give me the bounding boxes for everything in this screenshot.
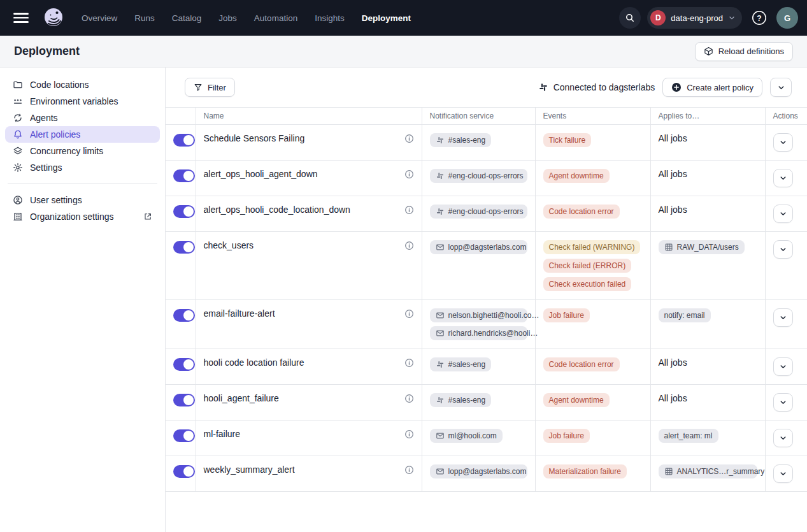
sidebar-item-code-locations[interactable]: Code locations (5, 76, 160, 93)
info-icon[interactable] (404, 358, 414, 368)
policy-enabled-toggle[interactable] (173, 169, 195, 182)
sidebar-item-organization-settings[interactable]: Organization settings (5, 208, 160, 225)
row-actions-button[interactable] (773, 357, 793, 376)
policy-enabled-toggle[interactable] (173, 241, 195, 254)
policy-name: hooli code location failure (204, 357, 399, 368)
notification-slack-chip: #eng-cloud-ops-errors (430, 169, 527, 183)
applies-to-label: ANALYTICS…r_summary (677, 467, 765, 476)
nav-item-jobs[interactable]: Jobs (218, 13, 237, 23)
policy-enabled-toggle[interactable] (173, 358, 195, 371)
info-icon[interactable] (404, 394, 414, 403)
row-actions-button[interactable] (773, 429, 793, 447)
alert-policy-row: email-failture-alertnelson.bighetti@hool… (166, 300, 807, 349)
notification-label: nelson.bighetti@hooli.co… (448, 311, 539, 320)
sidebar-item-user-settings[interactable]: User settings (5, 192, 160, 208)
sidebar-item-settings[interactable]: Settings (5, 159, 160, 176)
email-icon (436, 431, 445, 440)
row-actions-button[interactable] (773, 393, 793, 412)
policy-enabled-toggle[interactable] (173, 309, 195, 322)
more-actions-button[interactable] (770, 78, 792, 97)
sidebar-item-environment-variables[interactable]: Environment variables (5, 93, 160, 110)
nav-item-catalog[interactable]: Catalog (172, 13, 202, 23)
event-badge: Check failed (WARNING) (543, 240, 641, 254)
info-icon[interactable] (404, 465, 414, 475)
info-icon[interactable] (404, 169, 414, 179)
info-icon[interactable] (404, 429, 414, 439)
notification-label: lopp@dagsterlabs.com (448, 243, 527, 252)
row-actions-button[interactable] (773, 464, 793, 483)
email-icon (436, 329, 445, 338)
policy-enabled-toggle[interactable] (173, 429, 195, 442)
hamburger-menu-button[interactable] (9, 6, 33, 30)
sidebar-item-label: Settings (30, 162, 62, 173)
applies-to-tag-chip: notify: email (659, 308, 711, 322)
svg-text:?: ? (757, 14, 761, 23)
row-actions-button[interactable] (773, 133, 793, 152)
info-icon[interactable] (404, 309, 414, 319)
notification-email-chip: lopp@dagsterlabs.com (430, 464, 527, 478)
event-badge: Check execution failed (543, 277, 632, 291)
reload-definitions-label: Reload definitions (718, 47, 784, 56)
row-actions-button[interactable] (773, 308, 793, 327)
notification-label: richard.hendricks@hooli… (448, 329, 538, 338)
notification-slack-chip: #sales-eng (430, 357, 492, 371)
nav-item-overview[interactable]: Overview (82, 13, 117, 23)
applies-to-label: RAW_DATA/users (677, 243, 739, 252)
sidebar-item-label: Alert policies (30, 129, 80, 140)
policy-name: Schedule Sensors Failing (204, 133, 399, 143)
sidebar-divider (8, 183, 157, 184)
filter-label: Filter (208, 83, 226, 92)
sidebar-item-label: Organization settings (30, 212, 114, 222)
column-header-name: Name (196, 108, 422, 125)
alert-policy-row: hooli code location failure#sales-engCod… (166, 349, 807, 385)
applies-to-value: All jobs (659, 169, 687, 179)
slack-icon (436, 171, 445, 180)
sidebar-item-alert-policies[interactable]: Alert policies (5, 126, 160, 143)
nav-item-deployment[interactable]: Deployment (362, 13, 411, 23)
row-actions-button[interactable] (773, 240, 793, 259)
event-badge: Agent downtime (543, 169, 610, 183)
main-panel: Filter Connected to dagsterlabs Create a… (166, 68, 807, 532)
info-icon[interactable] (404, 241, 414, 250)
top-bar: OverviewRunsCatalogJobsAutomationInsight… (0, 0, 807, 36)
policy-name: check_users (204, 240, 399, 250)
info-icon[interactable] (404, 205, 414, 215)
help-icon: ? (751, 10, 768, 26)
search-button[interactable] (619, 7, 641, 29)
help-button[interactable]: ? (748, 7, 770, 29)
event-badge: Materialization failure (543, 464, 627, 478)
deployment-sidebar: Code locationsEnvironment variablesAgent… (0, 68, 166, 532)
notification-email-chip: nelson.bighetti@hooli.co… (430, 308, 527, 322)
notification-email-chip: ml@hooli.com (430, 429, 503, 443)
policy-enabled-toggle[interactable] (173, 394, 195, 406)
reload-definitions-button[interactable]: Reload definitions (695, 42, 793, 61)
page-title: Deployment (14, 45, 80, 58)
info-icon[interactable] (404, 134, 414, 143)
hamburger-icon (13, 13, 29, 15)
applies-to-asset-chip: ANALYTICS…r_summary (659, 464, 757, 478)
create-alert-policy-button[interactable]: Create alert policy (662, 78, 762, 97)
policy-name: alert_ops_hooli_code_location_down (204, 205, 399, 215)
sidebar-item-agents[interactable]: Agents (5, 110, 160, 126)
chevron-down-icon (728, 14, 736, 22)
policy-enabled-toggle[interactable] (173, 134, 195, 147)
filter-button[interactable]: Filter (185, 78, 235, 97)
applies-to-tag-chip: alert_team: ml (659, 429, 718, 443)
policy-enabled-toggle[interactable] (173, 205, 195, 218)
sidebar-item-concurrency-limits[interactable]: Concurrency limits (5, 143, 160, 159)
policy-enabled-toggle[interactable] (173, 465, 195, 478)
nav-item-automation[interactable]: Automation (254, 13, 297, 23)
nav-item-runs[interactable]: Runs (134, 13, 155, 23)
row-actions-button[interactable] (773, 169, 793, 187)
dagster-logo (42, 6, 65, 29)
deployment-switcher[interactable]: D data-eng-prod (647, 7, 742, 29)
nav-item-insights[interactable]: Insights (315, 13, 345, 23)
notification-slack-chip: #eng-cloud-ops-errors (430, 205, 527, 219)
agents-sync-icon (13, 113, 23, 123)
user-avatar[interactable]: G (776, 7, 798, 29)
row-actions-button[interactable] (773, 205, 793, 223)
slack-icon (436, 136, 445, 145)
applies-to-value: All jobs (659, 357, 687, 368)
policy-name: ml-failure (204, 429, 399, 439)
gear-icon (13, 162, 23, 173)
